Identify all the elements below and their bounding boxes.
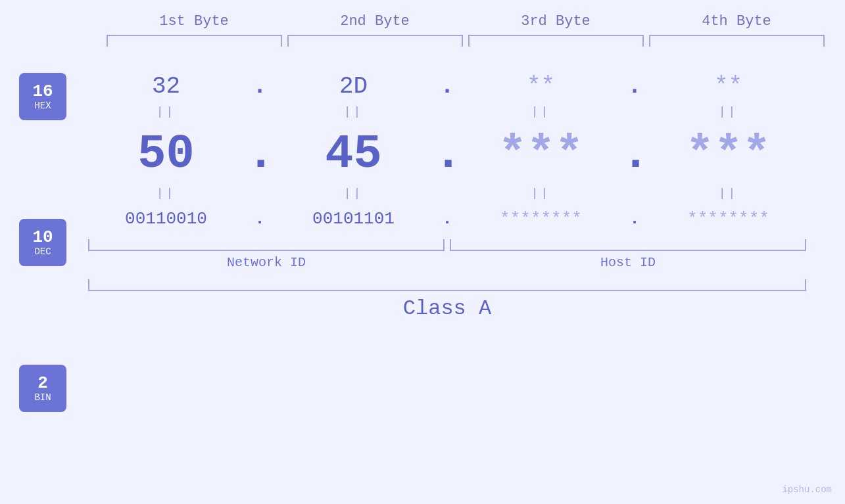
hex-b4: ** [648,73,809,100]
bracket-byte1 [107,35,282,47]
bin-b4: ******** [648,209,809,229]
host-id-label: Host ID [447,251,809,270]
sep-2-b1: || [85,187,247,200]
class-label: Class A [85,296,809,321]
class-bracket-container: Class A [85,279,809,321]
dec-b4: *** [648,127,809,181]
dot-hex-2: . [434,73,460,100]
byte2-header: 2nd Byte [285,13,466,30]
sep-1-b2: || [273,105,434,118]
hex-badge-label: HEX [34,101,51,111]
sep-row-1: || || || || [85,105,809,118]
dot-dec-3: . [621,127,648,181]
hex-b3: ** [460,73,621,100]
bottom-bracket-host [450,239,806,251]
content-wrapper: 16 HEX 10 DEC 2 BIN 32 . 2D . ** . ** [0,60,845,412]
dec-b2: 45 [273,127,434,181]
bottom-bracket-network [88,239,445,251]
main-container: 1st Byte 2nd Byte 3rd Byte 4th Byte 16 H… [0,0,845,504]
sep-row-2: || || || || [85,187,809,200]
bin-b2: 00101101 [273,209,434,229]
dec-badge-num: 10 [32,228,53,247]
bracket-byte3 [468,35,644,47]
dot-dec-1: . [247,127,273,181]
hex-badge-num: 16 [32,82,53,101]
class-bracket [88,279,806,291]
bin-badge-num: 2 [37,374,48,393]
dot-bin-1: . [247,209,273,229]
sep-1-b3: || [460,105,621,118]
watermark: ipshu.com [782,484,832,495]
bin-b1: 00110010 [85,209,247,229]
hex-b2: 2D [273,73,434,100]
byte1-header: 1st Byte [104,13,285,30]
byte-headers: 1st Byte 2nd Byte 3rd Byte 4th Byte [104,13,827,30]
hex-b1: 32 [85,73,247,100]
dec-b1: 50 [85,127,247,181]
dot-bin-3: . [621,209,648,229]
dot-hex-3: . [621,73,648,100]
sep-1-b4: || [648,105,809,118]
hex-badge: 16 HEX [19,73,66,120]
dec-badge-label: DEC [34,246,51,257]
sep-2-b3: || [460,187,621,200]
dot-hex-1: . [247,73,273,100]
dec-row: 50 . 45 . *** . *** [85,127,809,181]
sep-2-b4: || [648,187,809,200]
hex-row: 32 . 2D . ** . ** [85,73,809,100]
values-area: 32 . 2D . ** . ** || || || || 50 [85,60,809,412]
dec-b3: *** [460,127,621,181]
bin-badge: 2 BIN [19,365,66,412]
byte4-header: 4th Byte [646,13,827,30]
labels-column: 16 HEX 10 DEC 2 BIN [0,60,85,412]
id-labels: Network ID Host ID [85,251,809,270]
bottom-brackets [85,239,809,251]
sep-2-b2: || [273,187,434,200]
bin-row: 00110010 . 00101101 . ******** . *******… [85,209,809,229]
bin-b3: ******** [460,209,621,229]
dec-badge: 10 DEC [19,219,66,266]
dot-dec-2: . [434,127,460,181]
byte3-header: 3rd Byte [466,13,646,30]
top-brackets [104,35,827,47]
dot-bin-2: . [434,209,460,229]
sep-1-b1: || [85,105,247,118]
bracket-byte2 [287,35,463,47]
network-id-label: Network ID [85,251,447,270]
bin-badge-label: BIN [34,392,51,403]
bracket-byte4 [649,35,825,47]
